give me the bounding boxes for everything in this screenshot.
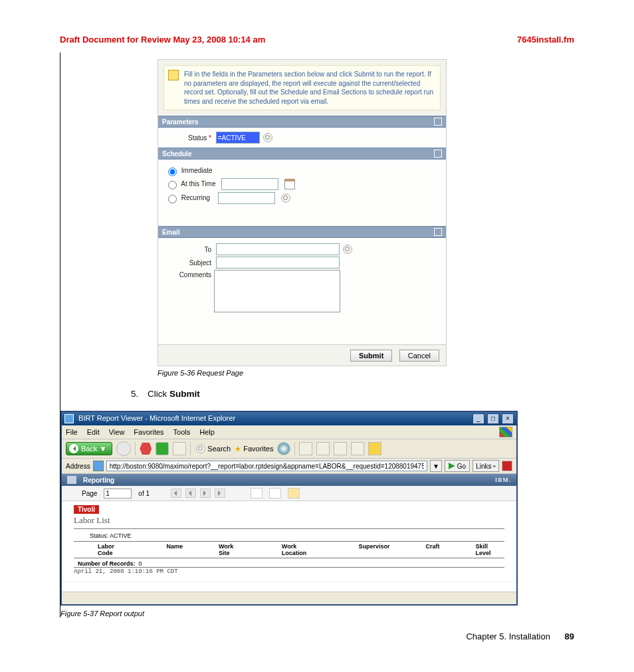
report-timestamp: April 21, 2008 1:19:16 PM CDT <box>74 568 504 575</box>
mail-icon[interactable] <box>299 442 312 455</box>
collapse-icon[interactable] <box>434 118 442 126</box>
menu-help[interactable]: Help <box>199 428 215 436</box>
reporting-header-bar: Reporting IBM. <box>62 474 516 486</box>
recurring-input[interactable] <box>218 192 275 204</box>
home-icon[interactable] <box>173 442 186 455</box>
acrobat-icon[interactable] <box>502 461 512 471</box>
email-section-header: Email <box>158 226 446 238</box>
menu-tools[interactable]: Tools <box>173 428 191 436</box>
menu-file[interactable]: File <box>66 428 78 436</box>
window-controls: _ □ × <box>472 413 514 424</box>
window-title: BIRT Report Viewer - Microsoft Internet … <box>64 414 235 423</box>
comments-textarea[interactable] <box>214 270 340 312</box>
favorites-button[interactable]: ★ Favorites <box>235 445 273 453</box>
step-bold: Submit <box>169 389 200 399</box>
cancel-button[interactable]: Cancel <box>399 350 439 362</box>
menu-bar: File Edit View Favorites Tools Help <box>62 425 516 439</box>
reporting-label: Reporting <box>83 477 114 484</box>
page-number: 89 <box>565 631 574 641</box>
browser-status-bar <box>62 592 516 604</box>
request-page-dialog: Fill in the fields in the Parameters sec… <box>158 59 447 366</box>
submit-button[interactable]: Submit <box>350 350 392 362</box>
collapse-icon[interactable] <box>434 150 442 158</box>
recurring-radio[interactable] <box>168 195 177 203</box>
page-footer: Chapter 5. Installation 89 <box>466 631 574 641</box>
schedule-title: Schedule <box>162 150 191 158</box>
step-5: 5. Click Submit <box>131 389 574 399</box>
forward-button[interactable] <box>116 441 131 456</box>
status-input[interactable] <box>216 132 260 144</box>
collapse-icon[interactable] <box>434 228 442 236</box>
minimize-button[interactable]: _ <box>473 413 484 424</box>
content-crop: Fill in the fields in the Parameters sec… <box>60 53 574 617</box>
address-input[interactable] <box>106 461 427 471</box>
subject-input[interactable] <box>216 257 340 269</box>
status-lookup-icon[interactable] <box>263 133 272 142</box>
subject-label: Subject <box>163 259 211 267</box>
refresh-icon[interactable] <box>156 442 169 455</box>
export-icon[interactable] <box>251 488 263 499</box>
title-bar: BIRT Report Viewer - Microsoft Internet … <box>62 412 516 425</box>
back-button[interactable]: Back▼ <box>66 442 112 455</box>
parameters-body: Status * <box>158 128 446 148</box>
toolbar: Back▼ Search ★ Favorites <box>62 439 516 459</box>
status-label: Status * <box>163 134 211 142</box>
folder-icon[interactable] <box>288 488 300 499</box>
to-lookup-icon[interactable] <box>343 245 352 254</box>
col-work-site: Work Site <box>219 543 246 556</box>
page-label: Page <box>82 490 97 497</box>
step-text: Click <box>148 389 169 399</box>
menu-edit[interactable]: Edit <box>87 428 100 436</box>
menu-view[interactable]: View <box>109 428 125 436</box>
calendar-icon[interactable] <box>284 179 295 189</box>
immediate-radio[interactable] <box>168 168 177 176</box>
at-this-time-input[interactable] <box>221 178 278 190</box>
step-number: 5. <box>131 389 138 399</box>
parameters-title: Parameters <box>162 118 198 126</box>
info-text: Fill in the fields in the Parameters sec… <box>184 70 433 105</box>
go-button[interactable]: Go <box>445 460 470 472</box>
col-supervisor: Supervisor <box>358 543 389 556</box>
recurring-lookup-icon[interactable] <box>281 193 290 203</box>
edit-icon[interactable] <box>334 442 347 455</box>
page: Draft Document for Review May 23, 2008 1… <box>0 0 634 672</box>
col-work-location: Work Location <box>282 543 323 556</box>
links-dropdown[interactable]: Links » <box>473 460 499 472</box>
next-page-icon[interactable] <box>200 489 211 498</box>
figure-37-caption: Figure 5-37 Report output <box>60 610 574 617</box>
recurring-label: Recurring <box>181 194 210 201</box>
comments-label: Comments <box>163 270 211 279</box>
parameters-section-header: Parameters <box>158 116 446 128</box>
at-this-time-radio[interactable] <box>168 181 177 189</box>
close-button[interactable]: × <box>502 413 514 424</box>
maximize-button[interactable]: □ <box>487 413 499 424</box>
address-dropdown[interactable]: ▼ <box>430 460 442 472</box>
schedule-body: Immediate At this Time Recurring <box>158 160 446 226</box>
email-body: To Subject Comments <box>158 238 446 344</box>
page-input[interactable] <box>104 489 132 499</box>
blank-area <box>62 582 516 592</box>
info-message: Fill in the fields in the Parameters sec… <box>163 65 441 110</box>
to-label: To <box>163 246 211 253</box>
print-report-icon[interactable] <box>269 488 281 499</box>
history-icon[interactable] <box>277 442 290 455</box>
page-icon <box>93 461 104 471</box>
email-title: Email <box>162 229 180 236</box>
to-input[interactable] <box>216 243 340 255</box>
col-labor-code: Labor Code <box>98 543 130 556</box>
columns-row: Labor Code Name Work Site Work Location … <box>74 542 504 558</box>
messenger-icon[interactable] <box>368 442 381 455</box>
figure-36-caption: Figure 5-36 Request Page <box>158 369 574 377</box>
last-page-icon[interactable] <box>215 489 225 498</box>
discuss-icon[interactable] <box>351 442 364 455</box>
schedule-section-header: Schedule <box>158 148 446 160</box>
stop-icon[interactable] <box>140 443 152 455</box>
search-button[interactable]: Search <box>195 444 231 453</box>
col-craft: Craft <box>425 543 439 556</box>
prev-page-icon[interactable] <box>185 489 196 498</box>
first-page-icon[interactable] <box>171 489 181 498</box>
print-icon[interactable] <box>316 442 330 455</box>
menu-favorites[interactable]: Favorites <box>134 428 163 436</box>
chapter-label: Chapter 5. Installation <box>466 631 550 641</box>
browser-window: BIRT Report Viewer - Microsoft Internet … <box>60 411 518 606</box>
